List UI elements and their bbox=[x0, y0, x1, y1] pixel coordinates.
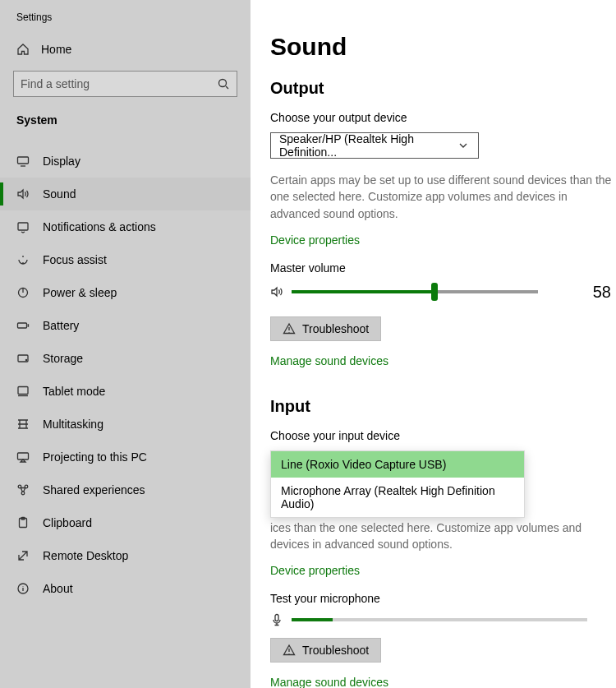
sidebar-item-label: Sound bbox=[43, 187, 76, 201]
output-choose-label: Choose your output device bbox=[270, 111, 616, 124]
sidebar-item-focus[interactable]: Focus assist bbox=[0, 243, 251, 276]
sidebar-item-notifications[interactable]: Notifications & actions bbox=[0, 210, 251, 243]
projecting-icon bbox=[16, 450, 30, 464]
svg-rect-15 bbox=[275, 615, 278, 621]
master-volume-label: Master volume bbox=[270, 261, 616, 275]
sidebar-item-projecting[interactable]: Projecting to this PC bbox=[0, 441, 251, 473]
page-title: Sound bbox=[270, 33, 616, 61]
storage-icon bbox=[16, 352, 30, 365]
input-description: ices than the one selected here. Customi… bbox=[270, 519, 616, 553]
sidebar-item-power[interactable]: Power & sleep bbox=[0, 276, 251, 309]
svg-point-11 bbox=[21, 492, 25, 495]
sidebar-item-label: Projecting to this PC bbox=[43, 450, 147, 464]
focus-icon bbox=[16, 253, 30, 266]
home-icon bbox=[16, 43, 30, 56]
input-choose-label: Choose your input device bbox=[270, 429, 616, 442]
svg-rect-8 bbox=[18, 453, 29, 459]
power-icon bbox=[16, 286, 30, 299]
sidebar-item-about[interactable]: About bbox=[0, 572, 251, 605]
sidebar-item-label: Power & sleep bbox=[43, 286, 117, 299]
clipboard-icon bbox=[16, 516, 30, 529]
tablet-icon bbox=[16, 385, 30, 398]
search-input[interactable] bbox=[21, 77, 212, 90]
notifications-icon bbox=[16, 220, 30, 233]
sidebar-item-label: Storage bbox=[43, 352, 83, 365]
svg-rect-2 bbox=[18, 223, 28, 230]
input-device-option[interactable]: Line (Roxio Video Capture USB) bbox=[271, 451, 524, 478]
sidebar-item-label: Display bbox=[43, 155, 80, 168]
shared-icon bbox=[16, 483, 30, 496]
sidebar-item-label: Multitasking bbox=[43, 418, 103, 431]
output-device-select[interactable]: Speaker/HP (Realtek High Definition... bbox=[270, 132, 479, 159]
output-device-value: Speaker/HP (Realtek High Definition... bbox=[279, 132, 457, 159]
output-heading: Output bbox=[270, 79, 616, 98]
search-box[interactable] bbox=[13, 71, 237, 97]
microphone-icon bbox=[270, 613, 283, 626]
sidebar-item-label: Shared experiences bbox=[43, 483, 145, 496]
chevron-down-icon bbox=[457, 139, 470, 152]
speaker-icon bbox=[270, 285, 283, 298]
sidebar-item-label: Tablet mode bbox=[43, 385, 105, 398]
settings-sidebar: Settings Home System DisplaySoundNotific… bbox=[0, 0, 251, 688]
sidebar-item-display[interactable]: Display bbox=[0, 145, 251, 178]
sidebar-item-label: Notifications & actions bbox=[43, 220, 156, 233]
home-button[interactable]: Home bbox=[0, 35, 251, 64]
input-troubleshoot-button[interactable]: Troubleshoot bbox=[270, 638, 381, 663]
test-microphone-label: Test your microphone bbox=[270, 592, 616, 605]
output-troubleshoot-label: Troubleshoot bbox=[302, 322, 369, 335]
input-heading: Input bbox=[270, 397, 616, 416]
output-description: Certain apps may be set up to use differ… bbox=[270, 172, 616, 222]
sidebar-item-label: Clipboard bbox=[43, 516, 92, 529]
input-troubleshoot-label: Troubleshoot bbox=[302, 644, 369, 657]
input-manage-link[interactable]: Manage sound devices bbox=[270, 676, 388, 688]
sidebar-item-storage[interactable]: Storage bbox=[0, 342, 251, 375]
app-title: Settings bbox=[0, 8, 251, 35]
output-manage-link[interactable]: Manage sound devices bbox=[270, 354, 388, 367]
master-volume-value: 58 bbox=[593, 283, 616, 302]
main-panel: Sound Output Choose your output device S… bbox=[251, 0, 616, 688]
about-icon bbox=[16, 582, 30, 595]
svg-point-0 bbox=[219, 80, 227, 87]
warning-icon bbox=[283, 322, 296, 335]
display-icon bbox=[16, 155, 30, 168]
sidebar-item-label: Battery bbox=[43, 319, 79, 332]
sidebar-item-multitask[interactable]: Multitasking bbox=[0, 408, 251, 441]
battery-icon bbox=[16, 319, 30, 332]
remote-icon bbox=[16, 549, 30, 562]
input-device-properties-link[interactable]: Device properties bbox=[270, 564, 360, 577]
svg-rect-1 bbox=[18, 157, 29, 164]
sidebar-item-tablet[interactable]: Tablet mode bbox=[0, 375, 251, 408]
sidebar-nav: DisplaySoundNotifications & actionsFocus… bbox=[0, 135, 251, 605]
sidebar-item-sound[interactable]: Sound bbox=[0, 178, 251, 210]
sidebar-item-clipboard[interactable]: Clipboard bbox=[0, 506, 251, 539]
sidebar-item-label: Remote Desktop bbox=[43, 549, 128, 562]
output-troubleshoot-button[interactable]: Troubleshoot bbox=[270, 316, 381, 341]
search-icon bbox=[217, 77, 230, 90]
output-device-properties-link[interactable]: Device properties bbox=[270, 233, 360, 247]
sidebar-item-shared[interactable]: Shared experiences bbox=[0, 473, 251, 506]
sidebar-item-battery[interactable]: Battery bbox=[0, 309, 251, 342]
sidebar-item-label: About bbox=[43, 582, 73, 595]
input-device-dropdown[interactable]: Line (Roxio Video Capture USB)Microphone… bbox=[270, 450, 525, 518]
svg-point-6 bbox=[25, 359, 26, 360]
input-device-option[interactable]: Microphone Array (Realtek High Definitio… bbox=[271, 478, 524, 517]
home-label: Home bbox=[41, 43, 71, 56]
svg-rect-4 bbox=[18, 323, 27, 328]
section-heading: System bbox=[0, 105, 251, 135]
warning-icon bbox=[283, 644, 296, 657]
sidebar-item-remote[interactable]: Remote Desktop bbox=[0, 539, 251, 572]
svg-rect-7 bbox=[18, 387, 28, 395]
sidebar-item-label: Focus assist bbox=[43, 253, 107, 266]
multitask-icon bbox=[16, 418, 30, 431]
sound-icon bbox=[16, 187, 30, 201]
master-volume-slider[interactable] bbox=[292, 290, 538, 293]
microphone-level-meter bbox=[292, 618, 587, 621]
